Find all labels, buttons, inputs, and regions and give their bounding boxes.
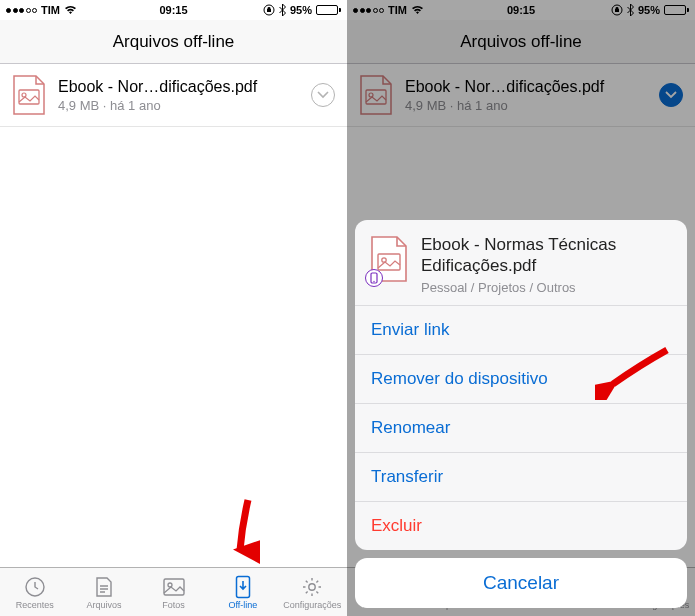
chevron-down-icon <box>317 91 329 99</box>
battery-icon <box>664 5 689 15</box>
download-phone-icon <box>230 575 256 599</box>
tab-offline[interactable]: Off-line <box>208 568 277 616</box>
file-meta: 4,9 MB · há 1 ano <box>405 98 647 113</box>
page-title: Arquivos off-line <box>0 20 347 64</box>
tab-label: Fotos <box>162 600 185 610</box>
tab-label: Off-line <box>228 600 257 610</box>
sheet-file-name: Ebook - Normas TécnicasEdificações.pdf <box>421 234 616 277</box>
file-pdf-icon <box>369 234 409 284</box>
tab-label: Arquivos <box>87 600 122 610</box>
tab-bar: Recentes Arquivos Fotos Off-line Configu… <box>0 567 347 616</box>
file-name: Ebook - Nor…dificações.pdf <box>58 78 299 96</box>
cancel-button[interactable]: Cancelar <box>355 558 687 608</box>
page-title: Arquivos off-line <box>347 20 695 64</box>
battery-icon <box>316 5 341 15</box>
sheet-file-path: Pessoal / Projetos / Outros <box>421 280 616 295</box>
file-name: Ebook - Nor…dificações.pdf <box>405 78 647 96</box>
action-remover-dispositivo[interactable]: Remover do dispositivo <box>355 354 687 403</box>
clock-icon <box>22 575 48 599</box>
tab-label: Recentes <box>16 600 54 610</box>
photo-icon <box>161 575 187 599</box>
gear-icon <box>299 575 325 599</box>
action-renomear[interactable]: Renomear <box>355 403 687 452</box>
action-enviar-link[interactable]: Enviar link <box>355 305 687 354</box>
file-meta: 4,9 MB · há 1 ano <box>58 98 299 113</box>
svg-point-7 <box>309 583 315 589</box>
more-button[interactable] <box>659 83 683 107</box>
svg-rect-4 <box>164 579 184 595</box>
clock: 09:15 <box>507 4 535 16</box>
svg-point-5 <box>168 583 172 587</box>
phone-badge-icon <box>365 269 383 287</box>
phone-left: TIM 09:15 95% Arquivos off-line E <box>0 0 347 616</box>
svg-point-19 <box>373 280 374 281</box>
tab-configuracoes[interactable]: Configurações <box>278 568 347 616</box>
tab-label: Configurações <box>283 600 341 610</box>
clock: 09:15 <box>159 4 187 16</box>
tab-fotos[interactable]: Fotos <box>139 568 208 616</box>
file-pdf-icon <box>359 74 393 116</box>
tab-arquivos[interactable]: Arquivos <box>69 568 138 616</box>
action-sheet: Ebook - Normas TécnicasEdificações.pdf P… <box>355 220 687 609</box>
status-bar: TIM 09:15 95% <box>0 0 347 20</box>
action-transferir[interactable]: Transferir <box>355 452 687 501</box>
file-row[interactable]: Ebook - Nor…dificações.pdf 4,9 MB · há 1… <box>0 64 347 127</box>
arrow-annotation <box>220 496 260 566</box>
file-pdf-icon <box>12 74 46 116</box>
tab-recentes[interactable]: Recentes <box>0 568 69 616</box>
more-button[interactable] <box>311 83 335 107</box>
chevron-down-icon <box>665 91 677 99</box>
file-row[interactable]: Ebook - Nor…dificações.pdf 4,9 MB · há 1… <box>347 64 695 127</box>
sheet-header: Ebook - Normas TécnicasEdificações.pdf P… <box>355 220 687 306</box>
action-excluir[interactable]: Excluir <box>355 501 687 550</box>
document-icon <box>91 575 117 599</box>
status-bar: TIM 09:15 95% <box>347 0 695 20</box>
phone-right: TIM 09:15 95% Arquivos off-line E <box>347 0 695 616</box>
